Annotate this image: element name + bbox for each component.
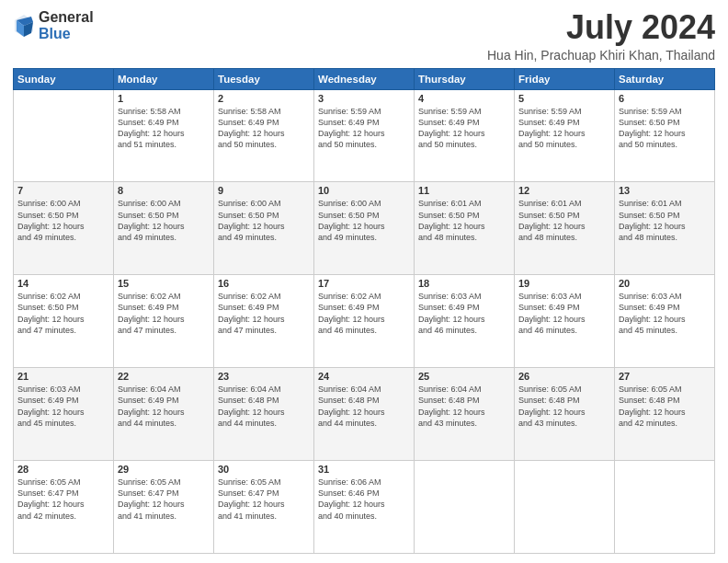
calendar-cell: 19Sunrise: 6:03 AM Sunset: 6:49 PM Dayli…: [515, 275, 615, 368]
calendar-cell: 17Sunrise: 6:02 AM Sunset: 6:49 PM Dayli…: [314, 275, 415, 368]
cell-info: Sunrise: 6:00 AM Sunset: 6:50 PM Dayligh…: [118, 198, 210, 243]
calendar-body: 1Sunrise: 5:58 AM Sunset: 6:49 PM Daylig…: [14, 89, 715, 553]
calendar-cell: 8Sunrise: 6:00 AM Sunset: 6:50 PM Daylig…: [114, 182, 214, 275]
cell-info: Sunrise: 5:59 AM Sunset: 6:49 PM Dayligh…: [418, 106, 510, 151]
day-number: 15: [118, 278, 210, 289]
calendar-cell: 23Sunrise: 6:04 AM Sunset: 6:48 PM Dayli…: [214, 368, 314, 461]
calendar-cell: 21Sunrise: 6:03 AM Sunset: 6:49 PM Dayli…: [14, 368, 114, 461]
calendar-cell: 12Sunrise: 6:01 AM Sunset: 6:50 PM Dayli…: [515, 182, 615, 275]
cell-info: Sunrise: 6:04 AM Sunset: 6:48 PM Dayligh…: [318, 384, 410, 429]
calendar-cell: [615, 461, 715, 554]
day-number: 8: [118, 185, 210, 196]
calendar-cell: 11Sunrise: 6:01 AM Sunset: 6:50 PM Dayli…: [415, 182, 515, 275]
day-number: 21: [17, 371, 109, 382]
header-tuesday: Tuesday: [214, 68, 314, 89]
calendar-cell: 15Sunrise: 6:02 AM Sunset: 6:49 PM Dayli…: [114, 275, 214, 368]
header-thursday: Thursday: [415, 68, 515, 89]
calendar-cell: 27Sunrise: 6:05 AM Sunset: 6:48 PM Dayli…: [615, 368, 715, 461]
calendar-cell: 20Sunrise: 6:03 AM Sunset: 6:49 PM Dayli…: [615, 275, 715, 368]
cell-info: Sunrise: 6:06 AM Sunset: 6:46 PM Dayligh…: [318, 477, 410, 522]
cell-info: Sunrise: 6:04 AM Sunset: 6:48 PM Dayligh…: [218, 384, 310, 429]
day-number: 16: [218, 278, 310, 289]
calendar-cell: 22Sunrise: 6:04 AM Sunset: 6:49 PM Dayli…: [114, 368, 214, 461]
cell-info: Sunrise: 6:05 AM Sunset: 6:48 PM Dayligh…: [518, 384, 610, 429]
cell-info: Sunrise: 6:05 AM Sunset: 6:47 PM Dayligh…: [218, 477, 310, 522]
day-number: 17: [318, 278, 410, 289]
calendar-cell: [515, 461, 615, 554]
cell-info: Sunrise: 5:59 AM Sunset: 6:50 PM Dayligh…: [619, 106, 711, 151]
cell-info: Sunrise: 6:00 AM Sunset: 6:50 PM Dayligh…: [318, 198, 410, 243]
day-number: 24: [318, 371, 410, 382]
cell-info: Sunrise: 6:04 AM Sunset: 6:48 PM Dayligh…: [418, 384, 510, 429]
cell-info: Sunrise: 6:02 AM Sunset: 6:49 PM Dayligh…: [218, 291, 310, 336]
day-number: 3: [318, 93, 410, 104]
header: General Blue July 2024 Hua Hin, Prachuap…: [13, 9, 715, 63]
day-number: 6: [619, 93, 711, 104]
day-number: 19: [518, 278, 610, 289]
day-number: 22: [118, 371, 210, 382]
calendar-cell: 9Sunrise: 6:00 AM Sunset: 6:50 PM Daylig…: [214, 182, 314, 275]
cell-info: Sunrise: 6:02 AM Sunset: 6:50 PM Dayligh…: [17, 291, 109, 336]
cell-info: Sunrise: 6:01 AM Sunset: 6:50 PM Dayligh…: [518, 198, 610, 243]
day-number: 12: [518, 185, 610, 196]
day-number: 14: [17, 278, 109, 289]
header-wednesday: Wednesday: [314, 68, 415, 89]
cell-info: Sunrise: 6:05 AM Sunset: 6:47 PM Dayligh…: [17, 477, 109, 522]
day-number: 2: [218, 93, 310, 104]
calendar-cell: 24Sunrise: 6:04 AM Sunset: 6:48 PM Dayli…: [314, 368, 415, 461]
logo-blue-text: Blue: [39, 26, 94, 42]
day-number: 18: [418, 278, 510, 289]
week-row-3: 21Sunrise: 6:03 AM Sunset: 6:49 PM Dayli…: [14, 368, 715, 461]
calendar-cell: 1Sunrise: 5:58 AM Sunset: 6:49 PM Daylig…: [114, 89, 214, 182]
logo-general-text: General: [39, 9, 94, 26]
day-number: 7: [17, 185, 109, 196]
cell-info: Sunrise: 6:03 AM Sunset: 6:49 PM Dayligh…: [518, 291, 610, 336]
calendar-header: Sunday Monday Tuesday Wednesday Thursday…: [14, 68, 715, 89]
calendar-cell: 30Sunrise: 6:05 AM Sunset: 6:47 PM Dayli…: [214, 461, 314, 554]
cell-info: Sunrise: 6:04 AM Sunset: 6:49 PM Dayligh…: [118, 384, 210, 429]
day-number: 26: [518, 371, 610, 382]
cell-info: Sunrise: 6:05 AM Sunset: 6:47 PM Dayligh…: [118, 477, 210, 522]
calendar-cell: [415, 461, 515, 554]
calendar-cell: 31Sunrise: 6:06 AM Sunset: 6:46 PM Dayli…: [314, 461, 415, 554]
day-number: 11: [418, 185, 510, 196]
calendar-cell: 16Sunrise: 6:02 AM Sunset: 6:49 PM Dayli…: [214, 275, 314, 368]
day-number: 25: [418, 371, 510, 382]
calendar-cell: 29Sunrise: 6:05 AM Sunset: 6:47 PM Dayli…: [114, 461, 214, 554]
cell-info: Sunrise: 6:05 AM Sunset: 6:48 PM Dayligh…: [619, 384, 711, 429]
day-number: 5: [518, 93, 610, 104]
calendar-cell: 18Sunrise: 6:03 AM Sunset: 6:49 PM Dayli…: [415, 275, 515, 368]
header-monday: Monday: [114, 68, 214, 89]
subtitle: Hua Hin, Prachuap Khiri Khan, Thailand: [487, 48, 715, 63]
cell-info: Sunrise: 6:00 AM Sunset: 6:50 PM Dayligh…: [218, 198, 310, 243]
calendar-cell: 13Sunrise: 6:01 AM Sunset: 6:50 PM Dayli…: [615, 182, 715, 275]
week-row-4: 28Sunrise: 6:05 AM Sunset: 6:47 PM Dayli…: [14, 461, 715, 554]
cell-info: Sunrise: 6:02 AM Sunset: 6:49 PM Dayligh…: [118, 291, 210, 336]
day-number: 30: [218, 464, 310, 475]
day-number: 10: [318, 185, 410, 196]
logo-icon: [13, 13, 35, 39]
header-row: Sunday Monday Tuesday Wednesday Thursday…: [14, 68, 715, 89]
day-number: 29: [118, 464, 210, 475]
calendar-cell: [14, 89, 114, 182]
calendar-cell: 3Sunrise: 5:59 AM Sunset: 6:49 PM Daylig…: [314, 89, 415, 182]
week-row-0: 1Sunrise: 5:58 AM Sunset: 6:49 PM Daylig…: [14, 89, 715, 182]
cell-info: Sunrise: 5:58 AM Sunset: 6:49 PM Dayligh…: [218, 106, 310, 151]
day-number: 31: [318, 464, 410, 475]
calendar-cell: 6Sunrise: 5:59 AM Sunset: 6:50 PM Daylig…: [615, 89, 715, 182]
calendar-cell: 2Sunrise: 5:58 AM Sunset: 6:49 PM Daylig…: [214, 89, 314, 182]
cell-info: Sunrise: 6:01 AM Sunset: 6:50 PM Dayligh…: [619, 198, 711, 243]
day-number: 4: [418, 93, 510, 104]
header-sunday: Sunday: [14, 68, 114, 89]
calendar-cell: 7Sunrise: 6:00 AM Sunset: 6:50 PM Daylig…: [14, 182, 114, 275]
page: General Blue July 2024 Hua Hin, Prachuap…: [0, 0, 728, 563]
day-number: 27: [619, 371, 711, 382]
cell-info: Sunrise: 6:02 AM Sunset: 6:49 PM Dayligh…: [318, 291, 410, 336]
calendar-cell: 10Sunrise: 6:00 AM Sunset: 6:50 PM Dayli…: [314, 182, 415, 275]
day-number: 9: [218, 185, 310, 196]
cell-info: Sunrise: 5:58 AM Sunset: 6:49 PM Dayligh…: [118, 106, 210, 151]
week-row-2: 14Sunrise: 6:02 AM Sunset: 6:50 PM Dayli…: [14, 275, 715, 368]
calendar-cell: 26Sunrise: 6:05 AM Sunset: 6:48 PM Dayli…: [515, 368, 615, 461]
day-number: 1: [118, 93, 210, 104]
header-saturday: Saturday: [615, 68, 715, 89]
